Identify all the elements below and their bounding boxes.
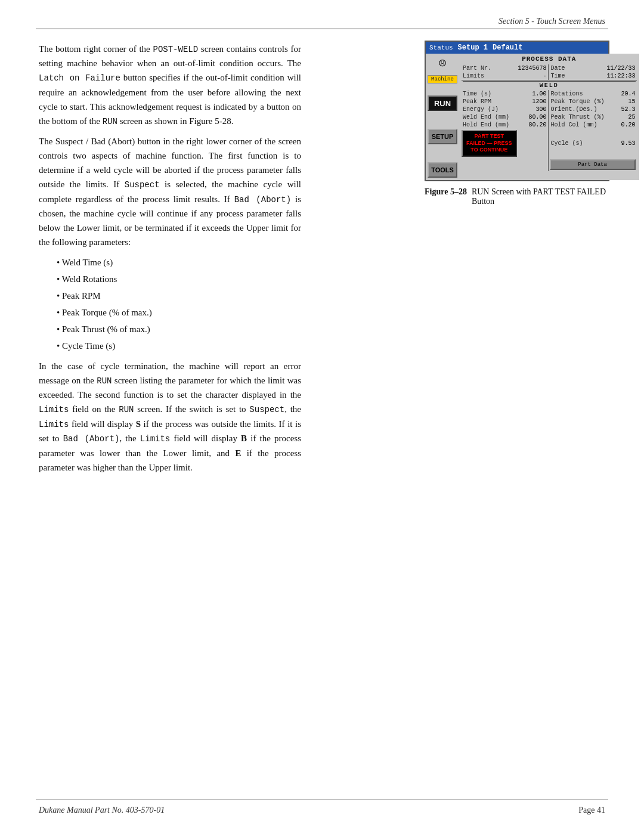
paragraph-2: The Suspect / Bad (Abort) button in the … [39, 134, 301, 249]
setup-button[interactable]: SETUP [428, 129, 457, 144]
figure-label: Figure 5–28 [425, 187, 467, 197]
figure-text: RUN Screen with PART TEST FAILED Button [472, 187, 609, 206]
process-data-title: PROCESS DATA [462, 55, 637, 63]
part-nr-value: 12345678 [517, 64, 549, 72]
limits-label: Limits [462, 72, 517, 80]
bullet-item-6: Cycle Time (s) [57, 339, 301, 353]
peak-rpm-value: 1200 [517, 98, 549, 106]
footer-page-number: Page 41 [578, 806, 605, 815]
peak-torque-label: Peak Torque (%) [548, 98, 606, 106]
bullet-item-1: Weld Time (s) [57, 255, 301, 270]
screen-header-bar: Status Setup 1 Default [426, 42, 608, 54]
figure-caption: Figure 5–28 RUN Screen with PART TEST FA… [425, 187, 609, 206]
header-setup-label: Setup 1 [458, 44, 488, 52]
cycle-row: PART TEST FAILED — PRESS TO CONTINUE Cyc… [462, 129, 637, 158]
header-default-label: Default [493, 44, 522, 52]
paragraph-3: In the case of cycle termination, the ma… [39, 359, 301, 475]
part-nr-row: Part Nr. 12345678 Date 11/22/33 [462, 64, 637, 72]
peak-torque-value: 15 [606, 98, 637, 106]
orient-label: Orient.(Des.) [548, 106, 606, 113]
smiley-icon: ☹ [439, 58, 446, 70]
limits-row: Limits - Time 11:22:33 [462, 72, 637, 80]
machine-screen: Status Setup 1 Default ☹ Machine RUN SET… [425, 41, 609, 181]
bullet-item-4: Peak Torque (% of max.) [57, 305, 301, 320]
paragraph-1: The bottom right corner of the POST-WELD… [39, 42, 301, 128]
cycle-s-value: 9.53 [606, 129, 637, 158]
hold-end-row: Hold End (mm) 80.20 Hold Col (mm) 0.20 [462, 121, 637, 129]
weld-divider-row: WELD [462, 80, 637, 91]
limits-value: - [517, 72, 549, 80]
header-status-label: Status [429, 44, 453, 51]
bullet-item-5: Peak Thrust (% of max.) [57, 322, 301, 336]
time-label: Time [548, 72, 606, 80]
part-test-line1: PART TEST [466, 133, 512, 140]
rotations-label: Rotations [548, 90, 606, 98]
time-value: 11:22:33 [606, 72, 637, 80]
bullet-list: Weld Time (s) Weld Rotations Peak RPM Pe… [57, 255, 301, 353]
hold-end-value: 80.20 [517, 121, 549, 129]
footer-rule [36, 800, 608, 800]
screen-sidebar: ☹ Machine RUN SETUP TOOLS [426, 54, 459, 180]
footer-manual-text: Dukane Manual Part No. 403-570-01 [39, 806, 165, 815]
weld-end-value: 80.00 [517, 113, 549, 121]
weld-end-row: Weld End (mm) 80.00 Peak Thrust (%) 25 [462, 113, 637, 121]
part-test-failed-button[interactable]: PART TEST FAILED — PRESS TO CONTINUE [462, 130, 517, 157]
time-s-label: Time (s) [462, 90, 517, 98]
machine-screen-panel: Status Setup 1 Default ☹ Machine RUN SET… [425, 41, 609, 206]
weld-section-label: WELD [463, 81, 636, 89]
data-table: Part Nr. 12345678 Date 11/22/33 Limits -… [462, 64, 637, 171]
date-label: Date [548, 64, 606, 72]
peak-rpm-label: Peak RPM [462, 98, 517, 106]
peak-rpm-row: Peak RPM 1200 Peak Torque (%) 15 [462, 98, 637, 106]
hold-col-value: 0.20 [606, 121, 637, 129]
peak-thrust-label: Peak Thrust (%) [548, 113, 606, 121]
part-nr-label: Part Nr. [462, 64, 517, 72]
rotations-value: 20.4 [606, 90, 637, 98]
machine-label: Machine [428, 75, 457, 83]
part-test-line3: TO CONTINUE [466, 147, 512, 154]
energy-label: Energy (J) [462, 106, 517, 113]
header-section-text: Section 5 - Touch Screen Menus [499, 17, 605, 26]
screen-data-area: PROCESS DATA Part Nr. 12345678 Date 11/2… [459, 54, 639, 180]
screen-body: ☹ Machine RUN SETUP TOOLS PROCESS DATA P… [426, 54, 608, 180]
peak-thrust-value: 25 [606, 113, 637, 121]
hold-end-label: Hold End (mm) [462, 121, 517, 129]
cycle-s-label: Cycle (s) [548, 129, 606, 158]
body-content: The bottom right corner of the POST-WELD… [39, 42, 301, 481]
weld-end-label: Weld End (mm) [462, 113, 517, 121]
part-data-row: Part Data [462, 158, 637, 171]
orient-value: 52.3 [606, 106, 637, 113]
hold-col-label: Hold Col (mm) [548, 121, 606, 129]
part-data-button[interactable]: Part Data [550, 159, 636, 170]
header-rule [36, 29, 608, 29]
part-test-line2: FAILED — PRESS [466, 140, 512, 147]
time-s-value: 1.00 [517, 90, 549, 98]
bullet-item-2: Weld Rotations [57, 272, 301, 286]
date-value: 11/22/33 [606, 64, 637, 72]
tools-button[interactable]: TOOLS [428, 162, 457, 178]
energy-value: 300 [517, 106, 549, 113]
time-rotations-row: Time (s) 1.00 Rotations 20.4 [462, 90, 637, 98]
run-button[interactable]: RUN [428, 95, 457, 111]
energy-row: Energy (J) 300 Orient.(Des.) 52.3 [462, 106, 637, 113]
bullet-item-3: Peak RPM [57, 289, 301, 303]
